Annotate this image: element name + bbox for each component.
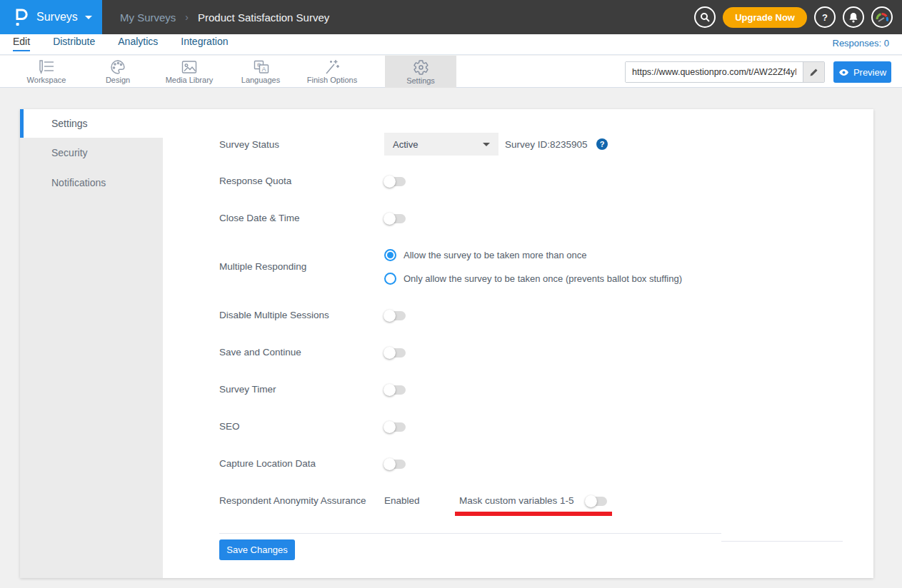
toolbar-item-label: Languages (241, 76, 280, 84)
svg-text:A: A (261, 66, 266, 73)
capture-location-label: Capture Location Data (219, 458, 316, 469)
preview-button[interactable]: Preview (833, 61, 891, 83)
toggle-knob (384, 176, 396, 188)
chevron-down-icon (483, 143, 490, 146)
bell-icon (848, 12, 858, 23)
design-icon (109, 59, 126, 75)
anonymity-label: Respondent Anonymity Assurance (219, 495, 366, 506)
survey-timer-toggle[interactable] (384, 385, 406, 395)
red-highlight-underline (455, 512, 612, 516)
toolbar-items: Workspace Design Media Library ✲ A (11, 56, 456, 88)
toggle-knob (384, 310, 396, 322)
capture-location-toggle[interactable] (384, 460, 406, 469)
seo-label: SEO (219, 421, 240, 432)
survey-nav: Edit Distribute Analytics Integration Re… (0, 34, 902, 55)
tab-edit[interactable]: Edit (13, 36, 30, 51)
questionpro-logo-icon (14, 8, 28, 27)
disable-sessions-label: Disable Multiple Sessions (219, 310, 329, 320)
toggle-knob (585, 495, 597, 507)
edit-toolbar: Workspace Design Media Library ✲ A (0, 56, 902, 88)
account-menu-button[interactable] (871, 6, 893, 28)
tab-analytics[interactable]: Analytics (118, 36, 158, 51)
responses-count[interactable]: Responses: 0 (833, 38, 890, 49)
toolbar-item-settings[interactable]: Settings (385, 56, 456, 88)
search-button[interactable] (694, 6, 716, 28)
breadcrumb-current-survey: Product Satisfaction Survey (198, 11, 329, 24)
eye-icon (838, 69, 849, 76)
close-date-label: Close Date & Time (219, 213, 300, 223)
toolbar-item-label: Finish Options (307, 76, 357, 84)
header-actions: Upgrade Now ? (694, 0, 893, 34)
languages-icon: ✲ A (252, 59, 270, 75)
survey-timer-label: Survey Timer (219, 384, 276, 395)
seo-toggle[interactable] (384, 422, 406, 432)
toggle-knob (384, 347, 396, 359)
toggle-knob (384, 458, 396, 470)
radio-option-multiple-allowed[interactable]: Allow the survey to be taken more than o… (384, 249, 587, 261)
upgrade-now-button[interactable]: Upgrade Now (723, 7, 807, 28)
sidebar-item-settings[interactable]: Settings (20, 109, 163, 138)
preview-label: Preview (853, 67, 886, 78)
pencil-icon (809, 68, 818, 77)
finish-options-icon (324, 59, 341, 75)
save-continue-label: Save and Continue (219, 347, 301, 358)
radio-unselected-icon[interactable] (384, 273, 396, 285)
product-switcher[interactable]: Surveys (0, 0, 102, 34)
survey-url-input[interactable] (626, 62, 803, 82)
media-library-icon (180, 59, 199, 75)
toolbar-item-media-library[interactable]: Media Library (154, 56, 225, 88)
toolbar-item-label: Design (106, 76, 130, 84)
toolbar-item-finish-options[interactable]: Finish Options (296, 56, 368, 88)
settings-card: Settings Security Notifications Survey S… (20, 109, 873, 578)
mask-variables-toggle[interactable] (586, 497, 607, 506)
edit-url-button[interactable] (803, 62, 824, 82)
toolbar-item-label: Media Library (166, 76, 214, 84)
radio-option-once-only[interactable]: Only allow the survey to be taken once (… (384, 273, 682, 285)
sidebar-item-security[interactable]: Security (20, 138, 163, 168)
breadcrumb-my-surveys[interactable]: My Surveys (120, 11, 176, 24)
workspace-icon (37, 59, 56, 75)
toolbar-item-label: Settings (406, 76, 435, 85)
notifications-button[interactable] (843, 6, 864, 28)
survey-status-label: Survey Status (219, 139, 279, 150)
toolbar-item-label: Workspace (27, 76, 66, 84)
app-header: Surveys My Surveys › Product Satisfactio… (0, 0, 902, 34)
close-date-toggle[interactable] (384, 214, 406, 223)
sidebar-item-notifications[interactable]: Notifications (20, 168, 163, 198)
toggle-knob (384, 421, 396, 433)
settings-sidebar: Settings Security Notifications (20, 109, 163, 578)
help-button[interactable]: ? (814, 6, 836, 28)
toggle-knob (384, 213, 396, 225)
chevron-down-icon (85, 16, 92, 19)
radio-option-label: Allow the survey to be taken more than o… (404, 250, 587, 260)
survey-id-help-icon[interactable]: ? (596, 138, 608, 150)
disable-sessions-toggle[interactable] (384, 311, 406, 320)
nav-tabs: Edit Distribute Analytics Integration (13, 36, 228, 51)
settings-icon (413, 59, 429, 76)
tab-distribute[interactable]: Distribute (53, 36, 95, 51)
toolbar-item-design[interactable]: Design (82, 56, 154, 88)
main-content: Settings Security Notifications Survey S… (0, 88, 902, 588)
survey-id-value: 8235905 (550, 139, 588, 150)
avatar-gauge-icon (874, 9, 890, 25)
save-continue-toggle[interactable] (384, 348, 406, 358)
multiple-responding-label: Multiple Responding (219, 261, 306, 272)
anonymity-status: Enabled (384, 495, 420, 506)
breadcrumb: My Surveys › Product Satisfaction Survey (120, 0, 329, 34)
form-divider-segment (721, 541, 843, 542)
response-quota-label: Response Quota (219, 176, 291, 186)
response-quota-toggle[interactable] (384, 177, 406, 186)
toolbar-item-workspace[interactable]: Workspace (11, 56, 82, 88)
search-icon (700, 12, 710, 22)
toolbar-item-languages[interactable]: ✲ A Languages (225, 56, 296, 88)
radio-selected-icon[interactable] (384, 249, 396, 261)
mask-variables-label: Mask custom variables 1-5 (459, 495, 574, 506)
save-changes-button[interactable]: Save Changes (219, 539, 295, 560)
tab-integration[interactable]: Integration (181, 36, 228, 51)
radio-option-label: Only allow the survey to be taken once (… (404, 273, 682, 284)
survey-url-field (625, 61, 825, 83)
product-name: Surveys (36, 11, 78, 24)
survey-status-value: Active (393, 139, 418, 150)
survey-status-select[interactable]: Active (384, 133, 498, 156)
survey-id-label: Survey ID: (505, 139, 550, 150)
